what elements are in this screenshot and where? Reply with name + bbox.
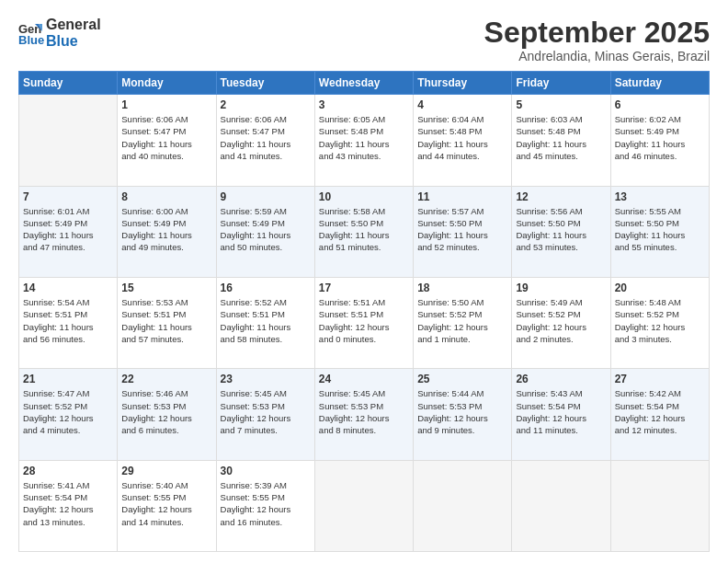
day-info: Sunrise: 5:48 AMSunset: 5:52 PMDaylight:… [615, 296, 705, 345]
logo: Gen Blue General Blue [18, 17, 101, 49]
calendar-cell: 14Sunrise: 5:54 AMSunset: 5:51 PMDayligh… [19, 277, 118, 368]
day-number: 29 [121, 465, 211, 477]
day-info: Sunrise: 6:05 AMSunset: 5:48 PMDaylight:… [319, 113, 409, 162]
day-number: 6 [615, 98, 705, 111]
day-number: 20 [615, 282, 705, 294]
calendar-cell: 29Sunrise: 5:40 AMSunset: 5:55 PMDayligh… [118, 460, 216, 551]
day-info: Sunrise: 5:46 AMSunset: 5:53 PMDaylight:… [121, 387, 211, 436]
day-number: 13 [615, 190, 705, 203]
day-info: Sunrise: 5:54 AMSunset: 5:51 PMDaylight:… [23, 296, 113, 345]
calendar-cell: 20Sunrise: 5:48 AMSunset: 5:52 PMDayligh… [610, 277, 709, 368]
day-number: 24 [319, 373, 409, 385]
calendar-cell: 22Sunrise: 5:46 AMSunset: 5:53 PMDayligh… [118, 369, 216, 460]
day-number: 16 [221, 282, 311, 294]
day-info: Sunrise: 6:06 AMSunset: 5:47 PMDaylight:… [121, 113, 211, 162]
day-info: Sunrise: 6:02 AMSunset: 5:49 PMDaylight:… [615, 113, 705, 162]
day-info: Sunrise: 5:52 AMSunset: 5:51 PMDaylight:… [221, 296, 311, 345]
calendar-cell [414, 460, 512, 551]
day-info: Sunrise: 5:53 AMSunset: 5:51 PMDaylight:… [121, 296, 211, 345]
day-info: Sunrise: 5:57 AMSunset: 5:50 PMDaylight:… [417, 205, 507, 254]
day-info: Sunrise: 5:58 AMSunset: 5:50 PMDaylight:… [319, 205, 409, 254]
day-number: 23 [221, 373, 311, 385]
day-info: Sunrise: 5:49 AMSunset: 5:52 PMDaylight:… [516, 296, 606, 345]
day-info: Sunrise: 5:43 AMSunset: 5:54 PMDaylight:… [516, 387, 606, 436]
day-number: 4 [417, 98, 507, 111]
calendar-week-row: 14Sunrise: 5:54 AMSunset: 5:51 PMDayligh… [19, 277, 710, 368]
day-info: Sunrise: 6:03 AMSunset: 5:48 PMDaylight:… [516, 113, 606, 162]
day-number: 11 [417, 190, 507, 203]
day-number: 17 [319, 282, 409, 294]
calendar-cell: 25Sunrise: 5:44 AMSunset: 5:53 PMDayligh… [414, 369, 512, 460]
day-number: 14 [23, 282, 113, 294]
calendar-cell: 18Sunrise: 5:50 AMSunset: 5:52 PMDayligh… [414, 277, 512, 368]
day-number: 25 [417, 373, 507, 385]
day-info: Sunrise: 5:45 AMSunset: 5:53 PMDaylight:… [319, 387, 409, 436]
day-number: 5 [516, 98, 606, 111]
calendar-week-row: 28Sunrise: 5:41 AMSunset: 5:54 PMDayligh… [19, 460, 710, 551]
calendar-cell: 4Sunrise: 6:04 AMSunset: 5:48 PMDaylight… [414, 95, 512, 186]
day-info: Sunrise: 5:44 AMSunset: 5:53 PMDaylight:… [417, 387, 507, 436]
calendar-cell: 1Sunrise: 6:06 AMSunset: 5:47 PMDaylight… [118, 95, 216, 186]
day-info: Sunrise: 5:51 AMSunset: 5:51 PMDaylight:… [319, 296, 409, 345]
calendar-cell: 8Sunrise: 6:00 AMSunset: 5:49 PMDaylight… [118, 186, 216, 277]
calendar-cell [19, 95, 118, 186]
day-number: 9 [221, 190, 311, 203]
day-number: 26 [516, 373, 606, 385]
title-block: September 2025 Andrelandia, Minas Gerais… [484, 17, 710, 63]
col-header-friday: Friday [512, 72, 610, 95]
month-title: September 2025 [484, 17, 710, 49]
col-header-monday: Monday [118, 72, 216, 95]
day-number: 7 [23, 190, 113, 203]
logo-icon: Gen Blue [18, 20, 44, 46]
calendar-cell: 23Sunrise: 5:45 AMSunset: 5:53 PMDayligh… [216, 369, 314, 460]
calendar-cell: 17Sunrise: 5:51 AMSunset: 5:51 PMDayligh… [314, 277, 413, 368]
calendar-cell [314, 460, 413, 551]
calendar-cell: 9Sunrise: 5:59 AMSunset: 5:49 PMDaylight… [216, 186, 314, 277]
page: Gen Blue General Blue September 2025 And… [0, 0, 728, 563]
calendar-week-row: 7Sunrise: 6:01 AMSunset: 5:49 PMDaylight… [19, 186, 710, 277]
calendar-cell: 2Sunrise: 6:06 AMSunset: 5:47 PMDaylight… [216, 95, 314, 186]
col-header-thursday: Thursday [414, 72, 512, 95]
header: Gen Blue General Blue September 2025 And… [18, 17, 710, 63]
calendar-cell: 21Sunrise: 5:47 AMSunset: 5:52 PMDayligh… [19, 369, 118, 460]
day-number: 2 [221, 98, 311, 111]
calendar-cell: 7Sunrise: 6:01 AMSunset: 5:49 PMDaylight… [19, 186, 118, 277]
col-header-sunday: Sunday [19, 72, 118, 95]
col-header-saturday: Saturday [610, 72, 709, 95]
day-number: 18 [417, 282, 507, 294]
calendar-cell: 6Sunrise: 6:02 AMSunset: 5:49 PMDaylight… [610, 95, 709, 186]
day-number: 19 [516, 282, 606, 294]
day-number: 21 [23, 373, 113, 385]
day-number: 10 [319, 190, 409, 203]
day-number: 28 [23, 465, 113, 477]
calendar-cell: 11Sunrise: 5:57 AMSunset: 5:50 PMDayligh… [414, 186, 512, 277]
day-info: Sunrise: 6:06 AMSunset: 5:47 PMDaylight:… [221, 113, 311, 162]
calendar-cell: 10Sunrise: 5:58 AMSunset: 5:50 PMDayligh… [314, 186, 413, 277]
day-info: Sunrise: 6:04 AMSunset: 5:48 PMDaylight:… [417, 113, 507, 162]
day-info: Sunrise: 5:47 AMSunset: 5:52 PMDaylight:… [23, 387, 113, 436]
calendar-week-row: 21Sunrise: 5:47 AMSunset: 5:52 PMDayligh… [19, 369, 710, 460]
day-number: 8 [121, 190, 211, 203]
day-number: 30 [221, 465, 311, 477]
col-header-wednesday: Wednesday [314, 72, 413, 95]
day-info: Sunrise: 5:41 AMSunset: 5:54 PMDaylight:… [23, 479, 113, 528]
col-header-tuesday: Tuesday [216, 72, 314, 95]
day-info: Sunrise: 5:45 AMSunset: 5:53 PMDaylight:… [221, 387, 311, 436]
day-info: Sunrise: 5:42 AMSunset: 5:54 PMDaylight:… [615, 387, 705, 436]
calendar-cell: 28Sunrise: 5:41 AMSunset: 5:54 PMDayligh… [19, 460, 118, 551]
day-number: 27 [615, 373, 705, 385]
day-info: Sunrise: 5:50 AMSunset: 5:52 PMDaylight:… [417, 296, 507, 345]
calendar-cell: 19Sunrise: 5:49 AMSunset: 5:52 PMDayligh… [512, 277, 610, 368]
day-number: 15 [121, 282, 211, 294]
day-number: 1 [121, 98, 211, 111]
location: Andrelandia, Minas Gerais, Brazil [484, 49, 710, 63]
day-info: Sunrise: 5:55 AMSunset: 5:50 PMDaylight:… [615, 205, 705, 254]
calendar-cell: 5Sunrise: 6:03 AMSunset: 5:48 PMDaylight… [512, 95, 610, 186]
calendar-cell: 3Sunrise: 6:05 AMSunset: 5:48 PMDaylight… [314, 95, 413, 186]
calendar-cell: 27Sunrise: 5:42 AMSunset: 5:54 PMDayligh… [610, 369, 709, 460]
calendar-cell: 26Sunrise: 5:43 AMSunset: 5:54 PMDayligh… [512, 369, 610, 460]
calendar-cell: 12Sunrise: 5:56 AMSunset: 5:50 PMDayligh… [512, 186, 610, 277]
logo-text: General Blue [46, 17, 101, 49]
calendar-cell: 13Sunrise: 5:55 AMSunset: 5:50 PMDayligh… [610, 186, 709, 277]
calendar-cell: 24Sunrise: 5:45 AMSunset: 5:53 PMDayligh… [314, 369, 413, 460]
